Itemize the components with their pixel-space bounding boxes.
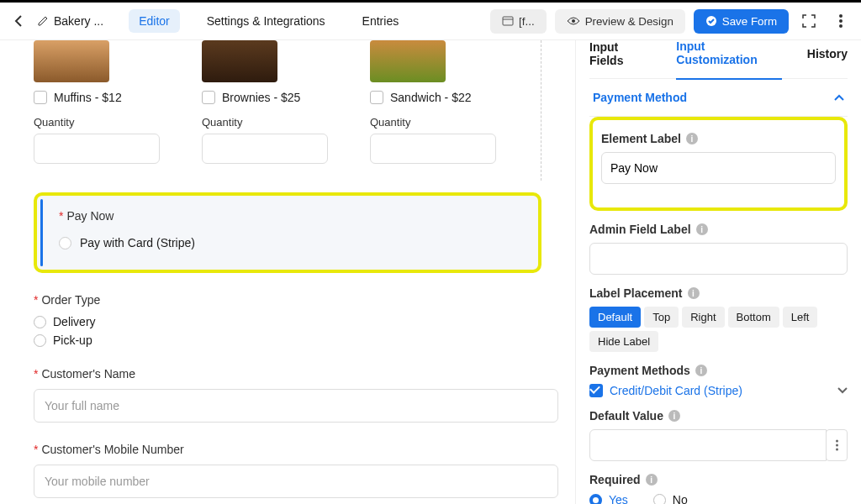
customer-mobile-input[interactable]: Your mobile number	[34, 465, 558, 498]
customer-name-label: *Customer's Name	[34, 367, 558, 381]
main-nav: Editor Settings & Integrations Entries	[129, 9, 409, 33]
shortcode-icon	[502, 15, 514, 27]
product-image	[34, 40, 109, 82]
quantity-input[interactable]	[34, 134, 160, 164]
check-circle-icon	[705, 15, 717, 27]
default-value-menu[interactable]	[826, 429, 848, 461]
product-brownies: Brownies - $25 Quantity	[202, 40, 345, 164]
default-value-title: Default Valuei	[589, 409, 848, 423]
customer-name-input[interactable]: Your full name	[34, 389, 558, 423]
quantity-label: Quantity	[370, 116, 513, 129]
save-button[interactable]: Save Form	[694, 9, 789, 34]
order-type-option[interactable]: Delivery	[34, 315, 558, 328]
svg-point-9	[836, 449, 838, 451]
shortcode-button[interactable]: [f...	[490, 9, 547, 34]
form-title-text: Bakery ...	[54, 14, 103, 28]
placement-hide[interactable]: Hide Label	[589, 331, 658, 352]
info-icon[interactable]: i	[696, 223, 708, 235]
admin-label-input[interactable]	[589, 243, 848, 275]
main-area: Muffins - $12 Quantity Brownies - $25 Qu…	[0, 40, 861, 504]
save-label: Save Form	[722, 15, 777, 28]
more-vertical-icon	[839, 14, 843, 28]
product-image	[202, 40, 277, 82]
placement-top[interactable]: Top	[644, 307, 679, 328]
customer-mobile-label: *Customer's Mobile Number	[34, 443, 558, 456]
label-placement-options: Default Top Right Bottom Left Hide Label	[589, 307, 848, 352]
payment-method-item[interactable]: Credit/Debit Card (Stripe)	[589, 384, 848, 397]
eye-icon	[567, 16, 580, 26]
expand-icon	[801, 13, 816, 29]
product-checkbox-row[interactable]: Muffins - $12	[34, 91, 177, 104]
paynow-field-selected[interactable]: *Pay Now Pay with Card (Stripe)	[34, 192, 541, 273]
chevron-up-icon	[834, 94, 844, 101]
shortcode-label: [f...	[519, 15, 535, 28]
nav-editor[interactable]: Editor	[129, 9, 180, 33]
required-yes[interactable]: Yes	[589, 493, 628, 504]
edit-icon	[37, 15, 49, 27]
element-label-input[interactable]	[601, 152, 836, 184]
top-bar: Bakery ... Editor Settings & Integration…	[0, 0, 861, 40]
section-payment-method[interactable]: Payment Method	[589, 79, 848, 117]
info-icon[interactable]: i	[646, 474, 658, 486]
customer-mobile-field[interactable]: *Customer's Mobile Number Your mobile nu…	[34, 443, 558, 498]
nav-entries[interactable]: Entries	[352, 9, 409, 33]
more-vertical-icon	[836, 439, 838, 451]
required-no[interactable]: No	[653, 493, 688, 504]
element-label-highlight: Element Labeli	[589, 117, 848, 211]
placement-bottom[interactable]: Bottom	[728, 307, 779, 328]
payment-methods-title: Payment Methodsi	[589, 364, 848, 377]
section-title: Payment Method	[593, 91, 687, 104]
nav-settings[interactable]: Settings & Integrations	[197, 9, 335, 33]
placement-right[interactable]: Right	[682, 307, 724, 328]
form-title[interactable]: Bakery ...	[37, 14, 103, 28]
required-title: Requiredi	[589, 473, 848, 486]
order-type-label: *Order Type	[34, 293, 558, 307]
svg-point-2	[572, 19, 575, 23]
fullscreen-button[interactable]	[797, 9, 821, 33]
order-type-option[interactable]: Pick-up	[34, 333, 558, 347]
checkbox-icon	[202, 91, 215, 104]
svg-point-7	[836, 440, 838, 443]
quantity-input[interactable]	[202, 134, 328, 164]
product-image	[370, 40, 446, 82]
tab-input-customization[interactable]: Input Customization	[676, 40, 781, 80]
placement-default[interactable]: Default	[589, 307, 641, 328]
placement-left[interactable]: Left	[783, 307, 818, 328]
default-value-input[interactable]	[589, 429, 827, 461]
quantity-label: Quantity	[34, 116, 177, 129]
paynow-option[interactable]: Pay with Card (Stripe)	[59, 236, 525, 249]
radio-icon	[59, 237, 71, 249]
info-icon[interactable]: i	[688, 287, 700, 299]
order-type-field[interactable]: *Order Type Delivery Pick-up	[34, 293, 558, 347]
form-canvas: Muffins - $12 Quantity Brownies - $25 Qu…	[0, 40, 575, 504]
product-label: Muffins - $12	[54, 91, 122, 104]
preview-label: Preview & Design	[585, 15, 673, 28]
radio-selected-icon	[589, 494, 602, 505]
customer-name-field[interactable]: *Customer's Name Your full name	[34, 367, 558, 423]
info-icon[interactable]: i	[668, 410, 680, 422]
product-label: Brownies - $25	[222, 91, 300, 104]
radio-icon	[34, 334, 46, 347]
required-options: Yes No	[589, 493, 848, 504]
back-button[interactable]	[8, 14, 29, 28]
info-icon[interactable]: i	[695, 365, 707, 376]
tab-input-fields[interactable]: Input Fields	[589, 40, 651, 79]
label-placement-title: Label Placementi	[589, 286, 848, 300]
product-grid: Muffins - $12 Quantity Brownies - $25 Qu…	[34, 40, 541, 181]
product-checkbox-row[interactable]: Brownies - $25	[202, 91, 345, 104]
info-icon[interactable]: i	[686, 133, 698, 144]
tab-history[interactable]: History	[807, 47, 848, 72]
checkbox-icon	[370, 91, 383, 104]
preview-button[interactable]: Preview & Design	[555, 9, 685, 34]
product-label: Sandwich - $22	[390, 91, 472, 104]
quantity-input[interactable]	[370, 134, 496, 164]
chevron-down-icon[interactable]	[837, 387, 848, 394]
checkbox-checked-icon	[589, 384, 603, 397]
more-button[interactable]	[829, 9, 853, 33]
radio-icon	[34, 316, 46, 328]
payment-method-label: Credit/Debit Card (Stripe)	[610, 384, 742, 397]
product-checkbox-row[interactable]: Sandwich - $22	[370, 91, 513, 104]
product-sandwich: Sandwich - $22 Quantity	[370, 40, 513, 164]
sidebar-tabs: Input Fields Input Customization History	[589, 40, 848, 79]
svg-point-5	[839, 19, 843, 23]
